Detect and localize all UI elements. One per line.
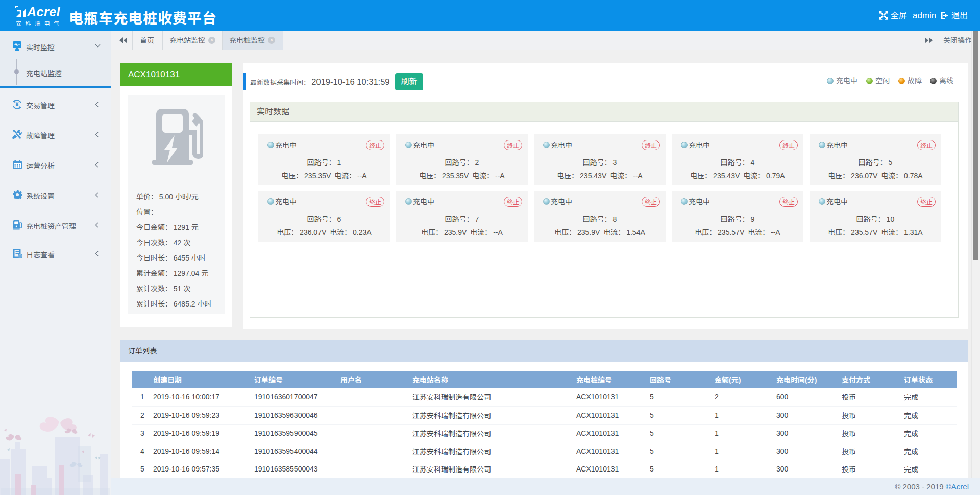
svg-text:¥: ¥: [16, 101, 19, 107]
